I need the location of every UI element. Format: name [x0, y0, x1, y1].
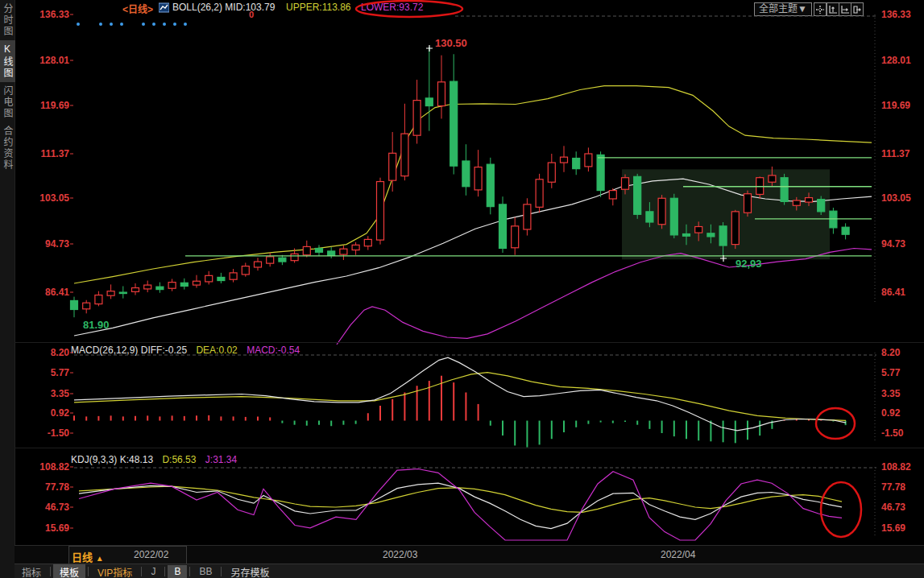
candle-body — [548, 163, 555, 182]
candle-body — [193, 281, 201, 285]
blue-dot-marker — [173, 23, 176, 26]
candle-body — [156, 287, 164, 289]
toolbar-item-2[interactable]: VIP指标 — [91, 564, 139, 578]
toolbar-item-4[interactable]: B — [168, 565, 187, 578]
candle-body — [609, 191, 616, 199]
toolbar-item-3[interactable]: J — [144, 565, 162, 578]
candle-body — [731, 212, 739, 245]
macd-dea-line — [74, 373, 846, 421]
toolbar-item-0[interactable]: 指标 — [15, 564, 48, 578]
main-right-tick: 136.33 — [881, 9, 911, 20]
candle-body — [279, 258, 286, 262]
blue-dot-marker — [152, 23, 155, 26]
toolbar-separator — [164, 567, 165, 576]
toolbar-separator — [88, 567, 89, 576]
macd-right-tick: 0.92 — [881, 407, 901, 419]
candle-body — [255, 262, 262, 267]
timeframe-label: 日线 — [72, 551, 93, 564]
candle-body — [573, 159, 580, 169]
candle-body — [71, 300, 78, 309]
extreme-cross-marker — [426, 45, 433, 52]
candle-body — [769, 175, 776, 182]
candle-body — [401, 134, 408, 176]
boll-lower-line — [337, 249, 872, 345]
toolbar-item-6[interactable]: 另存模板 — [224, 564, 276, 578]
x-axis-label: 2022/04 — [661, 549, 695, 560]
candle-body — [670, 198, 677, 235]
macd-right-tick: -1.50 — [881, 427, 904, 439]
main-right-tick: 94.73 — [881, 238, 905, 250]
kline-chart-window: 分时图K线图闪电图合约资料 美原油连续 <日线> BOLL(26,2) MID:… — [0, 0, 924, 578]
main-left-tick: 94.73 — [45, 238, 69, 250]
blue-dot-marker — [142, 23, 145, 26]
kdj-right-tick: 15.69 — [881, 522, 905, 534]
candle-body — [597, 155, 604, 190]
macd-right-tick: 5.77 — [881, 367, 901, 378]
candle-body — [536, 180, 543, 208]
main-right-tick: 128.01 — [881, 55, 911, 66]
macd-left-tick: 3.35 — [51, 388, 70, 399]
blue-dot-marker — [110, 23, 113, 26]
chart-plot-area[interactable]: 136.33136.33128.01128.01119.69119.69111.… — [0, 0, 924, 578]
main-right-tick: 103.05 — [881, 192, 911, 204]
blue-dot-marker — [77, 23, 80, 26]
candle-body — [818, 200, 825, 212]
candle-body — [413, 101, 421, 136]
candle-body — [180, 283, 188, 286]
price-annotation-label: 81.90 — [83, 319, 110, 331]
candle-body — [168, 283, 176, 289]
time-axis-strip: 日线 ▲ 2022/022022/032022/04 — [15, 545, 924, 564]
candle-body — [425, 98, 433, 106]
candle-body — [377, 182, 384, 241]
main-right-tick: 86.41 — [881, 287, 905, 298]
main-left-tick: 119.69 — [40, 100, 69, 111]
macd-left-tick: 0.92 — [51, 407, 70, 419]
price-annotation-label: 130.50 — [435, 37, 467, 49]
candle-body — [830, 211, 837, 228]
candle-body — [683, 234, 690, 237]
candle-body — [658, 198, 665, 224]
candle-body — [585, 154, 592, 167]
candle-body — [512, 226, 519, 248]
timeframe-selector[interactable]: 日线 ▲ — [68, 546, 187, 564]
candle-body — [842, 227, 849, 234]
indicator-toolbar: 指标模板VIP指标JBBB另存模板 — [15, 564, 924, 578]
toolbar-item-1[interactable]: 模板 — [53, 564, 85, 578]
candle-body — [95, 295, 102, 304]
red-circle-annotation — [816, 408, 855, 439]
main-left-tick: 103.05 — [39, 192, 69, 204]
toolbar-separator — [221, 567, 222, 576]
candle-body — [806, 198, 813, 203]
blue-dot-marker — [120, 23, 123, 26]
toolbar-separator — [50, 567, 51, 576]
candle-body — [119, 292, 126, 294]
toolbar-separator — [141, 567, 142, 576]
candle-body — [303, 246, 310, 254]
kdj-right-tick: 46.73 — [881, 502, 905, 513]
candle-body — [561, 157, 568, 163]
red-circle-annotation — [821, 482, 861, 537]
candle-body — [450, 81, 458, 166]
main-left-tick: 128.01 — [39, 55, 69, 66]
candle-body — [144, 285, 151, 289]
candle-body — [707, 233, 715, 237]
candle-body — [756, 178, 764, 195]
blue-dot-marker — [99, 23, 102, 26]
candle-body — [634, 176, 641, 214]
candle-body — [462, 161, 470, 187]
candle-body — [781, 178, 788, 202]
kdj-j-line — [79, 469, 842, 541]
main-right-tick: 119.69 — [881, 100, 910, 111]
red-circle-annotation — [356, 1, 462, 17]
main-left-tick: 136.33 — [39, 9, 69, 20]
kdj-left-tick: 46.73 — [45, 502, 69, 513]
x-axis-label: 2022/02 — [134, 549, 168, 560]
price-annotation-label: 92,93 — [735, 258, 762, 270]
candle-body — [205, 275, 213, 282]
toolbar-item-5[interactable]: BB — [193, 565, 218, 578]
candle-body — [242, 266, 249, 275]
candle-body — [364, 239, 371, 246]
candle-body — [83, 303, 90, 309]
macd-diff-line — [74, 357, 846, 431]
candle-body — [793, 200, 800, 205]
